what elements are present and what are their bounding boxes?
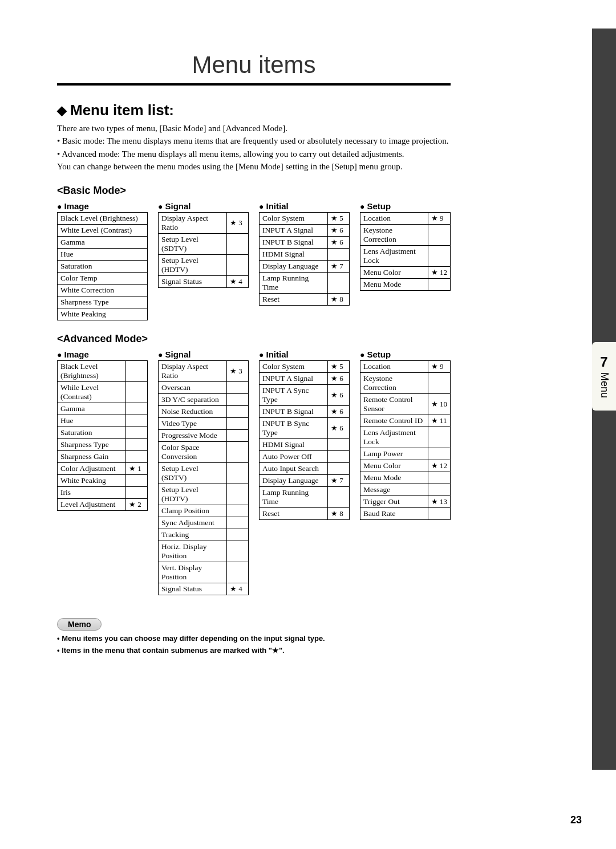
star-icon: ★ (331, 262, 338, 270)
menu-item-row: Sharpness Gain (58, 451, 148, 463)
menu-item-row: Gamma (58, 237, 148, 249)
col-header-label: Signal (165, 350, 191, 359)
menu-item-row: Reset★ 8 (260, 294, 350, 306)
menu-item-row: INPUT A Signal★ 6 (260, 373, 350, 385)
menu-item-row: Setup Level (SDTV) (159, 463, 249, 484)
menu-item-row: Auto Input Search (260, 463, 350, 475)
menu-item-label: Location (360, 361, 428, 373)
menu-item-label: INPUT A Sync Type (260, 385, 328, 406)
section-title-text: Menu item list: (70, 101, 174, 119)
advanced-initial-table: Color System★ 5INPUT A Signal★ 6INPUT A … (259, 360, 350, 520)
menu-item-label: Menu Color (360, 460, 428, 472)
menu-item-label: INPUT A Signal (260, 225, 328, 237)
menu-item-row: Clamp Position (159, 505, 249, 517)
menu-item-row: Color Adjustment★ 1 (58, 463, 148, 475)
menu-item-label: INPUT A Signal (260, 373, 328, 385)
menu-item-label: Tracking (159, 529, 227, 541)
menu-item-row: Display Aspect Ratio★ 3 (159, 213, 249, 234)
menu-item-row: Iris (58, 487, 148, 499)
menu-item-note: ★ 11 (428, 415, 450, 427)
intro-line: You can change between the menu modes us… (57, 161, 451, 172)
menu-item-row: Color Space Conversion (159, 442, 249, 463)
star-icon: ★ (331, 407, 338, 416)
menu-item-label: Noise Reduction (159, 406, 227, 418)
menu-item-note (428, 472, 450, 484)
menu-item-note (227, 430, 249, 442)
menu-item-note (126, 439, 148, 451)
menu-item-row: Signal Status★ 4 (159, 583, 249, 595)
menu-item-label: Reset (260, 294, 328, 306)
menu-item-label: Setup Level (SDTV) (159, 234, 227, 255)
menu-item-note: ★ 13 (428, 496, 450, 508)
menu-item-note (227, 529, 249, 541)
menu-item-note (126, 475, 148, 487)
menu-item-label: Color Temp (58, 273, 148, 285)
menu-item-note: ★ 6 (328, 225, 350, 237)
menu-item-note (428, 225, 450, 246)
menu-item-note: ★ 5 (328, 361, 350, 373)
menu-item-row: Color System★ 5 (260, 361, 350, 373)
menu-item-label: Remote Control ID (360, 415, 428, 427)
memo-badge: Memo (57, 618, 102, 631)
menu-item-row: Sharpness Type (58, 296, 148, 308)
menu-item-row: White Level (Contrast) (58, 225, 148, 237)
basic-signal-column: ●Signal Display Aspect Ratio★ 3Setup Lev… (158, 199, 249, 288)
menu-item-row: Remote Control Sensor★ 10 (360, 394, 451, 415)
bullet-icon: ● (360, 202, 364, 211)
menu-item-label: Lamp Running Time (260, 273, 328, 294)
menu-item-note (227, 234, 249, 255)
menu-item-note: ★ 8 (328, 294, 350, 306)
advanced-signal-table: Display Aspect Ratio★ 3Overscan3D Y/C se… (158, 360, 249, 595)
bullet-icon: ● (57, 202, 62, 211)
intro-text: There are two types of menu, [Basic Mode… (57, 123, 451, 172)
star-icon: ★ (431, 214, 438, 222)
menu-item-row: Overscan (159, 382, 249, 394)
menu-item-row: Sharpness Type (58, 439, 148, 451)
menu-item-row: Lamp Running Time (260, 487, 350, 508)
menu-item-row: INPUT A Signal★ 6 (260, 225, 350, 237)
menu-item-row: Display Language★ 7 (260, 261, 350, 273)
page-number: 23 (570, 814, 582, 826)
menu-item-note: ★ 6 (328, 385, 350, 406)
col-header-label: Initial (266, 201, 288, 211)
menu-item-label: Message (360, 484, 428, 496)
menu-item-row: Horiz. Display Position (159, 541, 249, 562)
menu-item-note (328, 273, 350, 294)
star-icon: ★ (331, 295, 338, 303)
menu-item-label: Sharpness Gain (58, 451, 126, 463)
menu-item-note (126, 487, 148, 499)
basic-mode-columns: ●Image Black Level (Brightness)White Lev… (57, 199, 451, 320)
menu-item-row: Hue (58, 249, 148, 261)
menu-item-label: Signal Status (159, 276, 227, 288)
menu-item-note: ★ 9 (428, 213, 450, 225)
menu-item-row: While Level (Contrast) (58, 382, 148, 403)
menu-item-label: Iris (58, 487, 126, 499)
bullet-icon: ● (158, 350, 163, 359)
star-icon: ★ (230, 367, 237, 375)
star-icon: ★ (129, 500, 136, 509)
basic-initial-column: ●Initial Color System★ 5INPUT A Signal★ … (259, 199, 350, 306)
menu-item-row: White Peaking (58, 308, 148, 320)
menu-item-row: Message (360, 484, 451, 496)
menu-item-note (227, 382, 249, 394)
menu-item-note (428, 279, 450, 291)
star-icon: ★ (230, 218, 237, 227)
col-header-label: Signal (165, 201, 191, 211)
menu-item-row: Menu Mode (360, 279, 451, 291)
menu-item-label: Level Adjustment (58, 499, 126, 511)
basic-image-column: ●Image Black Level (Brightness)White Lev… (57, 199, 148, 320)
star-icon: ★ (431, 416, 438, 425)
menu-item-note (428, 427, 450, 448)
advanced-mode-title: <Advanced Mode> (57, 333, 451, 345)
menu-item-row: Lamp Running Time (260, 273, 350, 294)
menu-item-note (227, 517, 249, 529)
menu-item-note (227, 463, 249, 484)
menu-item-label: Location (360, 213, 428, 225)
menu-item-label: Sharpness Type (58, 439, 126, 451)
menu-item-label: Color Space Conversion (159, 442, 227, 463)
menu-item-row: Display Language★ 7 (260, 475, 350, 487)
menu-item-row: Color Temp (58, 273, 148, 285)
menu-item-note: ★ 3 (227, 361, 249, 382)
menu-item-row: Gamma (58, 403, 148, 415)
menu-item-row: Vert. Display Position (159, 562, 249, 583)
